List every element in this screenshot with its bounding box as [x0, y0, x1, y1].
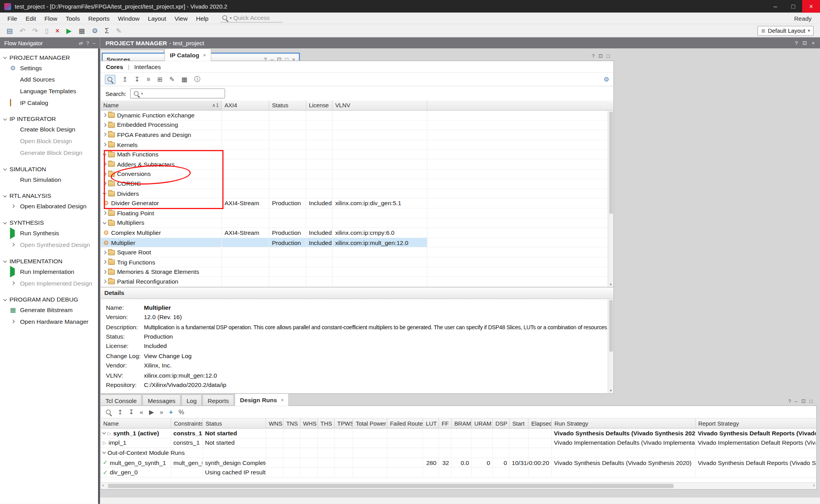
customize-icon[interactable]: ✎ [169, 76, 175, 83]
column-run-strategy[interactable]: Run Strategy [552, 419, 695, 429]
menu-layout[interactable]: Layout [144, 15, 170, 21]
expand-all-icon[interactable]: ↧ [134, 76, 140, 83]
group-view-icon[interactable]: ⊞ [157, 76, 162, 83]
column-license[interactable]: License [306, 101, 332, 111]
column-status[interactable]: Status [269, 101, 306, 111]
column-name[interactable]: Name [101, 419, 171, 429]
chevron-down-icon[interactable] [102, 431, 106, 435]
column-failed-routes[interactable]: Failed Routes [387, 419, 423, 429]
menu-flow[interactable]: Flow [40, 15, 61, 21]
catalog-row-math-functions[interactable]: Math Functions [101, 150, 613, 160]
catalog-row[interactable]: FPGA Features and Design [101, 130, 613, 140]
catalog-row-multiplier-selected[interactable]: ⚙Multiplier Production Included xilinx.c… [101, 238, 613, 248]
menu-reports[interactable]: Reports [84, 15, 114, 21]
column-total-power[interactable]: Total Power [353, 419, 387, 429]
scroll-left-icon[interactable]: ‹ [102, 483, 104, 488]
column-ths[interactable]: THS [318, 419, 335, 429]
maximize-icon[interactable]: □ [606, 53, 610, 59]
column-start[interactable]: Start [510, 419, 529, 429]
column-dsp[interactable]: DSP [493, 419, 510, 429]
collapse-panel-icon[interactable]: – [93, 40, 96, 45]
chevron-right-icon[interactable] [103, 250, 107, 254]
scrollbar-thumb[interactable] [609, 300, 613, 352]
horizontal-scrollbar[interactable]: ‹ › [101, 482, 816, 489]
catalog-row[interactable]: Floating Point [101, 208, 613, 218]
float-icon[interactable]: ⊡ [599, 53, 603, 59]
catalog-row[interactable]: Conversions [101, 169, 613, 179]
chevron-down-icon[interactable] [103, 220, 107, 224]
chevron-right-icon[interactable] [103, 211, 107, 215]
column-axi4[interactable]: AXI4 [222, 101, 269, 111]
menu-file[interactable]: File [3, 15, 21, 21]
column-elapsed[interactable]: Elapsed [529, 419, 552, 429]
scrollbar-thumb[interactable] [609, 112, 613, 214]
collapse-all-icon[interactable]: ↥ [122, 76, 128, 83]
tab-design-runs[interactable]: Design Runs × [235, 393, 289, 406]
section-implementation[interactable]: IMPLEMENTATION [0, 256, 98, 266]
help-icon[interactable]: ? [788, 398, 791, 404]
status-link[interactable]: Production [144, 332, 608, 341]
catalog-row[interactable]: Dynamic Function eXchange [101, 110, 613, 120]
column-status[interactable]: Status [203, 419, 266, 429]
catalog-row[interactable]: Square Root [101, 248, 613, 257]
sidebar-item-ip-catalog[interactable]: IP Catalog [0, 97, 98, 108]
section-simulation[interactable]: SIMULATION [0, 164, 98, 174]
subtab-cores[interactable]: Cores [106, 64, 123, 70]
scroll-right-icon[interactable]: › [813, 483, 815, 488]
menu-tools[interactable]: Tools [61, 15, 84, 21]
run-row-synth-1[interactable]: ▷synth_1 (active) constrs_1 Not started … [101, 429, 816, 438]
sidebar-item-run-simulation[interactable]: Run Simulation [0, 174, 98, 185]
search-icon[interactable] [105, 409, 112, 415]
sidebar-item-open-elaborated-design[interactable]: Open Elaborated Design [0, 201, 98, 212]
help-icon[interactable]: ? [592, 53, 595, 59]
minimize-icon[interactable]: – [795, 398, 798, 404]
float-icon[interactable]: ⊡ [801, 398, 806, 404]
changelog-link[interactable]: View Change Log [144, 351, 608, 361]
redo-icon[interactable]: ↷ [32, 27, 38, 34]
section-rtl-analysis[interactable]: RTL ANALYSIS [0, 191, 98, 201]
menu-edit[interactable]: Edit [21, 15, 40, 21]
chevron-right-icon[interactable] [103, 182, 107, 186]
edit-icon[interactable]: ✎ [116, 27, 122, 34]
catalog-row-divider-generator[interactable]: ⚙Divider Generator AXI4-Stream Productio… [101, 199, 613, 208]
chevron-right-icon[interactable] [103, 123, 107, 127]
section-ip-integrator[interactable]: IP INTEGRATOR [0, 114, 98, 124]
catalog-row[interactable]: Trig Functions [101, 257, 613, 267]
save-icon[interactable]: ▤ [6, 27, 13, 34]
chevron-right-icon[interactable] [103, 114, 107, 117]
reports-icon[interactable]: ▦ [78, 27, 85, 34]
vertical-scrollbar[interactable]: ▼ [608, 299, 613, 393]
chevron-right-icon[interactable] [103, 162, 107, 166]
close-icon[interactable]: × [203, 52, 206, 58]
collapse-all-icon[interactable]: ↥ [118, 408, 123, 416]
minimize-button[interactable]: – [766, 0, 784, 12]
column-tpws[interactable]: TPWS [335, 419, 353, 429]
tab-log[interactable]: Log [181, 394, 202, 406]
sum-icon[interactable]: Σ [105, 27, 109, 34]
column-tns[interactable]: TNS [283, 419, 300, 429]
column-lut[interactable]: LUT [423, 419, 439, 429]
column-bram[interactable]: BRAM [452, 419, 472, 429]
run-row-impl-1[interactable]: ▷impl_1 constrs_1 Not started Vivado Imp… [101, 438, 816, 448]
section-program-and-debug[interactable]: PROGRAM AND DEBUG [0, 295, 98, 304]
help-icon[interactable]: ? [795, 40, 798, 46]
catalog-row[interactable]: Adders & Subtracters [101, 160, 613, 169]
maximize-icon[interactable]: □ [809, 398, 813, 404]
tab-ip-catalog[interactable]: IP Catalog × [164, 48, 211, 61]
column-vlnv[interactable]: VLNV [333, 101, 428, 111]
menu-view[interactable]: View [170, 15, 192, 21]
run-icon[interactable]: ▶ [66, 27, 71, 34]
chevron-right-icon[interactable] [103, 143, 107, 147]
column-uram[interactable]: URAM [472, 419, 493, 429]
repository-icon[interactable]: ▦ [182, 76, 187, 83]
sidebar-item-run-implementation[interactable]: Run Implementation [0, 266, 98, 278]
run-row-mult-gen-synth[interactable]: ✓mult_gen_0_synth_1 mult_gen_0 synth_des… [101, 458, 816, 468]
chevron-down-icon[interactable] [103, 191, 107, 195]
catalog-row-complex-multiplier[interactable]: ⚙Complex Multiplier AXI4-Stream Producti… [101, 228, 613, 238]
menu-help[interactable]: Help [192, 15, 213, 21]
sidebar-item-generate-block-design[interactable]: Generate Block Design [0, 147, 98, 159]
sidebar-item-settings[interactable]: ⚙ Settings [0, 62, 98, 74]
create-run-icon[interactable]: + [169, 408, 173, 416]
catalog-row[interactable]: Memories & Storage Elements [101, 267, 613, 277]
column-ff[interactable]: FF [439, 419, 451, 429]
